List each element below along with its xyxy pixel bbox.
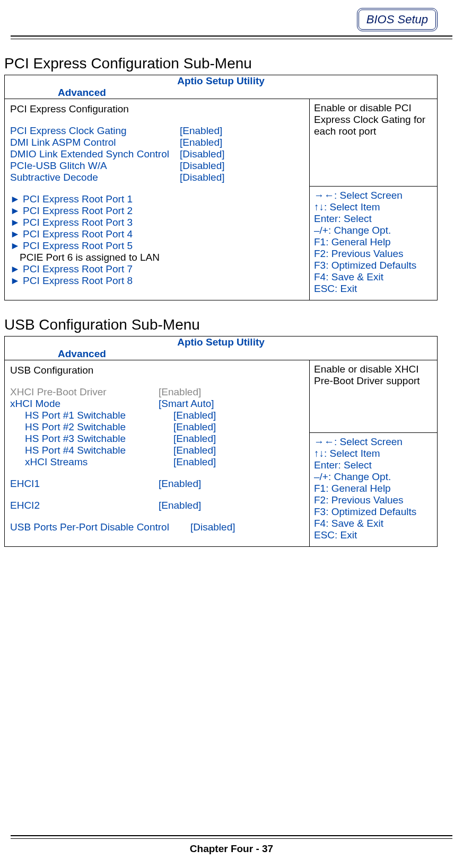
submenu-port5[interactable]: ► PCI Express Root Port 5 — [10, 240, 305, 252]
utility-title: Aptio Setup Utility — [177, 336, 265, 348]
usb-subtitle: USB Configuration — [10, 365, 305, 376]
option-xhci-mode[interactable]: xHCI Mode[Smart Auto] — [10, 398, 305, 410]
key-hints: →←: Select Screen ↑↓: Select Item Enter:… — [310, 186, 437, 300]
hint-f3: F3: Optimized Defaults — [314, 506, 433, 518]
option-hs1[interactable]: HS Port #1 Switchable[Enabled] — [10, 410, 305, 421]
pci-subtitle: PCI Express Configuration — [10, 103, 305, 115]
option-xhci-preboot: XHCI Pre-Boot Driver[Enabled] — [10, 386, 305, 398]
submenu-port2[interactable]: ► PCI Express Root Port 2 — [10, 205, 305, 217]
option-xhci-streams[interactable]: xHCI Streams[Enabled] — [10, 456, 305, 468]
hint-change: –/+: Change Opt. — [314, 225, 433, 236]
option-hs2[interactable]: HS Port #2 Switchable[Enabled] — [10, 421, 305, 433]
option-dmi-aspm[interactable]: DMI Link ASPM Control[Enabled] — [10, 137, 305, 148]
pci-bios-box: Aptio Setup Utility Advanced PCI Express… — [4, 75, 438, 300]
hint-esc: ESC: Exit — [314, 283, 433, 295]
submenu-port3[interactable]: ► PCI Express Root Port 3 — [10, 217, 305, 228]
hint-esc: ESC: Exit — [314, 529, 433, 541]
hint-f2: F2: Previous Values — [314, 494, 433, 506]
hint-f1: F1: General Help — [314, 483, 433, 494]
utility-title: Aptio Setup Utility — [177, 75, 265, 86]
option-ehci1[interactable]: EHCI1[Enabled] — [10, 478, 305, 490]
option-per-port[interactable]: USB Ports Per-Port Disable Control[Disab… — [10, 521, 305, 533]
option-subtractive[interactable]: Subtractive Decode[Disabled] — [10, 172, 305, 183]
pci-section-title: PCI Express Configuration Sub-Menu — [4, 55, 438, 72]
option-hs3[interactable]: HS Port #3 Switchable[Enabled] — [10, 433, 305, 445]
option-ehci2[interactable]: EHCI2[Enabled] — [10, 500, 305, 511]
footer-divider — [11, 835, 452, 839]
bios-setup-badge: BIOS Setup — [357, 8, 438, 31]
option-hs4[interactable]: HS Port #4 Switchable[Enabled] — [10, 445, 305, 456]
option-dmio-ext[interactable]: DMIO Link Extended Synch Control[Disable… — [10, 148, 305, 160]
submenu-port7[interactable]: ► PCI Express Root Port 7 — [10, 263, 305, 275]
hint-item: ↑↓: Select Item — [314, 448, 433, 459]
footer-text: Chapter Four - 37 — [0, 843, 463, 855]
port6-note: PCIE Port 6 is assigned to LAN — [10, 252, 305, 263]
usb-section-title: USB Configuration Sub-Menu — [4, 316, 438, 333]
hint-f3: F3: Optimized Defaults — [314, 260, 433, 271]
option-pcie-usb[interactable]: PCIe-USB Glitch W/A[Disabled] — [10, 160, 305, 172]
submenu-port4[interactable]: ► PCI Express Root Port 4 — [10, 228, 305, 240]
hint-f4: F4: Save & Exit — [314, 518, 433, 529]
submenu-port8[interactable]: ► PCI Express Root Port 8 — [10, 275, 305, 287]
hint-screen: →←: Select Screen — [314, 190, 433, 201]
hint-f1: F1: General Help — [314, 236, 433, 248]
help-text: Enable or disable PCI Express Clock Gati… — [310, 99, 437, 186]
advanced-tab[interactable]: Advanced — [58, 348, 106, 360]
header-divider — [11, 36, 452, 39]
submenu-port1[interactable]: ► PCI Express Root Port 1 — [10, 193, 305, 205]
hint-item: ↑↓: Select Item — [314, 201, 433, 213]
help-text: Enable or disable XHCI Pre-Boot Driver s… — [310, 360, 437, 432]
hint-f4: F4: Save & Exit — [314, 271, 433, 283]
hint-f2: F2: Previous Values — [314, 248, 433, 260]
hint-screen: →←: Select Screen — [314, 436, 433, 448]
hint-change: –/+: Change Opt. — [314, 471, 433, 483]
key-hints: →←: Select Screen ↑↓: Select Item Enter:… — [310, 432, 437, 546]
advanced-tab[interactable]: Advanced — [58, 87, 106, 99]
usb-bios-box: Aptio Setup Utility Advanced USB Configu… — [4, 336, 438, 547]
hint-select: Enter: Select — [314, 459, 433, 471]
option-clock-gating[interactable]: PCI Express Clock Gating[Enabled] — [10, 125, 305, 137]
hint-select: Enter: Select — [314, 213, 433, 225]
